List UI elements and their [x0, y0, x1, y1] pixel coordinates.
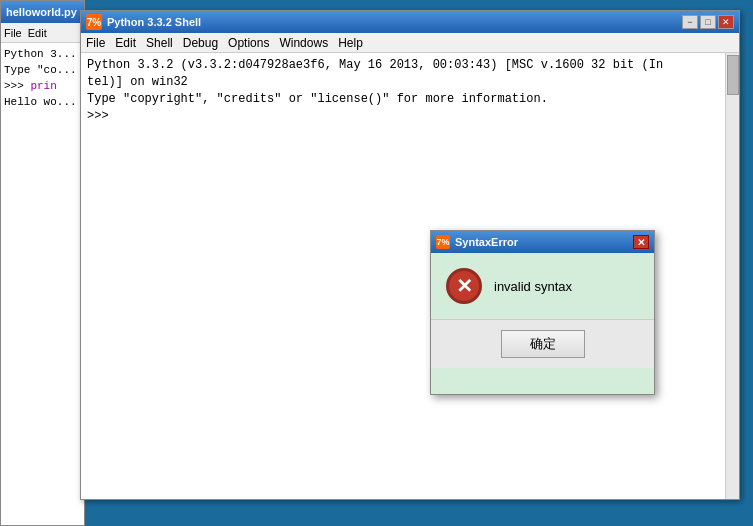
editor-window: helloworld.py File Edit Python 3... Type… — [0, 0, 85, 526]
shell-scrollbar[interactable] — [725, 53, 739, 499]
shell-scrollbar-thumb[interactable] — [727, 55, 739, 95]
dialog-window-icon: 7% — [436, 235, 450, 249]
error-icon: ✕ — [446, 268, 482, 304]
shell-menu-edit[interactable]: Edit — [115, 36, 136, 50]
editor-line-1: Python 3... — [4, 46, 81, 62]
dialog-ok-button[interactable]: 确定 — [501, 330, 585, 358]
syntax-error-dialog: 7% SyntaxError ✕ ✕ invalid syntax 确定 — [430, 230, 655, 395]
dialog-close-button[interactable]: ✕ — [633, 235, 649, 249]
shell-line-3: Type "copyright", "credits" or "license(… — [87, 91, 733, 108]
editor-line-2: Type "co... — [4, 62, 81, 78]
dialog-titlebar: 7% SyntaxError ✕ — [431, 231, 654, 253]
shell-line-1: Python 3.3.2 (v3.3.2:d047928ae3f6, May 1… — [87, 57, 733, 74]
editor-line-4: Hello wo... — [4, 94, 81, 110]
editor-menu-edit[interactable]: Edit — [28, 27, 47, 39]
shell-window-title: Python 3.3.2 Shell — [107, 16, 201, 28]
editor-title: helloworld.py — [6, 6, 77, 18]
desktop: helloworld.py File Edit Python 3... Type… — [0, 0, 753, 526]
shell-menu-options[interactable]: Options — [228, 36, 269, 50]
shell-menu-file[interactable]: File — [86, 36, 105, 50]
shell-titlebar-left: 7% Python 3.3.2 Shell — [86, 14, 201, 30]
dialog-footer: 确定 — [431, 319, 654, 368]
shell-titlebar: 7% Python 3.3.2 Shell − □ ✕ — [81, 11, 739, 33]
shell-line-2: tel)] on win32 — [87, 74, 733, 91]
dialog-body: ✕ invalid syntax — [431, 253, 654, 314]
shell-menu-windows[interactable]: Windows — [279, 36, 328, 50]
shell-menu-debug[interactable]: Debug — [183, 36, 218, 50]
editor-menubar: File Edit — [1, 23, 84, 43]
dialog-title: SyntaxError — [455, 236, 518, 248]
editor-menu-file[interactable]: File — [4, 27, 22, 39]
error-icon-symbol: ✕ — [456, 276, 473, 296]
shell-close-button[interactable]: ✕ — [718, 15, 734, 29]
shell-menu-shell[interactable]: Shell — [146, 36, 173, 50]
editor-line-3: >>> prin — [4, 78, 81, 94]
shell-minimize-button[interactable]: − — [682, 15, 698, 29]
shell-window-icon: 7% — [86, 14, 102, 30]
editor-titlebar: helloworld.py — [1, 1, 84, 23]
shell-restore-button[interactable]: □ — [700, 15, 716, 29]
editor-content: Python 3... Type "co... >>> prin Hello w… — [1, 43, 84, 525]
shell-menu-help[interactable]: Help — [338, 36, 363, 50]
dialog-titlebar-left: 7% SyntaxError — [436, 235, 518, 249]
shell-line-4: >>> — [87, 108, 733, 125]
dialog-message: invalid syntax — [494, 279, 572, 294]
shell-titlebar-controls: − □ ✕ — [682, 15, 734, 29]
shell-menubar: File Edit Shell Debug Options Windows He… — [81, 33, 739, 53]
